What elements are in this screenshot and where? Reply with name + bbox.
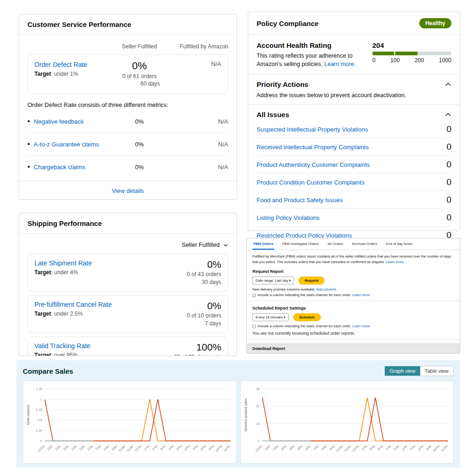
- issue-link[interactable]: Received Intellectual Property Complaint…: [257, 144, 369, 151]
- svg-text:5AM: 5AM: [296, 444, 303, 451]
- odr-fba-value: N/A: [168, 60, 221, 67]
- view-details-link[interactable]: View details: [112, 187, 144, 194]
- schedule-button[interactable]: Schedule: [293, 313, 321, 321]
- panel-title: Policy Compliance: [257, 20, 318, 27]
- svg-text:12PM: 12PM: [134, 444, 142, 453]
- svg-text:11PM: 11PM: [440, 444, 448, 452]
- all-issues-list: Suspected Intellectual Property Violatio…: [248, 120, 460, 244]
- svg-text:7AM: 7AM: [95, 444, 102, 451]
- svg-text:10PM: 10PM: [432, 444, 440, 453]
- svg-text:8PM: 8PM: [417, 444, 424, 451]
- issue-link[interactable]: Listing Policy Violations: [257, 214, 320, 221]
- add-columns-link[interactable]: Add columns: [316, 287, 336, 291]
- panel-title: Customer Service Performance: [27, 20, 131, 28]
- issue-link[interactable]: Food and Product Safety Issues: [257, 197, 343, 204]
- compare-sales-header: Compare Sales Graph view Table view: [23, 366, 454, 376]
- panel-footer: View details: [19, 181, 237, 200]
- line-chart-svg: 00.250.50.7511.2512AM1AM2AM3AM4AM5AM6AM7…: [24, 383, 235, 463]
- order-defect-rate-link[interactable]: Order Defect Rate: [34, 61, 87, 68]
- schedule-frequency-select[interactable]: Every 15 minutes ▾: [252, 313, 289, 321]
- issue-row: Received Intellectual Property Complaint…: [257, 138, 451, 155]
- late-shipment-rate-link[interactable]: Late Shipment Rate: [34, 259, 92, 267]
- svg-text:6PM: 6PM: [401, 444, 408, 451]
- svg-text:5AM: 5AM: [79, 444, 86, 451]
- svg-text:6AM: 6AM: [87, 444, 94, 451]
- svg-text:12AM: 12AM: [254, 444, 263, 453]
- graph-view-button[interactable]: Graph view: [385, 366, 420, 376]
- sales-channel-checkbox[interactable]: [252, 294, 256, 297]
- seller-dashboard: Customer Service Performance Seller Fulf…: [0, 0, 476, 476]
- chargeback-claims-link[interactable]: Chargeback claims: [34, 164, 86, 171]
- issue-row: Listing Policy Violations 0: [257, 208, 451, 226]
- svg-text:11PM: 11PM: [223, 444, 231, 452]
- svg-text:10PM: 10PM: [215, 444, 223, 453]
- svg-text:2AM: 2AM: [54, 444, 61, 451]
- svg-text:1PM: 1PM: [143, 444, 150, 451]
- issue-row: Food and Product Safety Issues 0: [257, 191, 451, 208]
- ahr-description: This rating reflects your adherence to A…: [257, 52, 365, 68]
- atoz-claims-link[interactable]: A-to-z Guarantee claims: [34, 141, 99, 148]
- date-range-select[interactable]: Date range: Last day ▾: [252, 277, 294, 284]
- pre-fulfillment-cancel-rate-link[interactable]: Pre-fulfillment Cancel Rate: [34, 301, 112, 308]
- order-defect-rate-card: Order Defect Rate Target: under 1% 0% 0 …: [27, 54, 228, 94]
- svg-text:9AM: 9AM: [111, 444, 118, 451]
- sales-channel-checkbox-line: Include a column indicating the sales ch…: [252, 324, 454, 328]
- issue-link[interactable]: Product Condition Customer Complaints: [257, 179, 364, 186]
- svg-text:3AM: 3AM: [62, 444, 69, 451]
- shipping-performance-panel: Shipping Performance Seller Fulfilled La…: [19, 213, 237, 356]
- issue-link[interactable]: Suspected Intellectual Property Violatio…: [257, 126, 368, 133]
- bar-segment-green-2: [395, 52, 417, 55]
- all-issues-header[interactable]: All Issues: [248, 105, 460, 120]
- policy-compliance-panel: Policy Compliance Healthy Account Health…: [248, 12, 460, 231]
- svg-text:4PM: 4PM: [385, 444, 392, 451]
- svg-text:6PM: 6PM: [184, 444, 191, 451]
- negative-feedback-link[interactable]: Negative feedback: [34, 118, 84, 125]
- svg-text:4AM: 4AM: [288, 444, 295, 451]
- tab-end-of-day-forms[interactable]: End of day forms: [385, 238, 413, 250]
- tab-fbm-unshipped-orders[interactable]: FBM Unshipped Orders: [281, 238, 320, 250]
- learn-more-link[interactable]: Learn more: [386, 260, 403, 264]
- ahr-title: Account Health Rating: [257, 41, 365, 49]
- fulfillment-filter-dropdown[interactable]: Seller Fulfilled: [27, 238, 228, 254]
- svg-text:7AM: 7AM: [312, 444, 319, 451]
- svg-text:0.75: 0.75: [36, 408, 42, 411]
- scheduled-reports-status: You are not currently receiving schedule…: [252, 331, 454, 336]
- units-ordered-chart: 00.250.50.7511.2512AM1AM2AM3AM4AM5AM6AM7…: [23, 381, 237, 463]
- chevron-up-icon[interactable]: [445, 82, 451, 86]
- metric-row-negative-feedback: •Negative feedback 0% N/A: [27, 110, 228, 133]
- svg-text:0.5: 0.5: [38, 418, 42, 422]
- issue-row: Product Authenticity Customer Complaints…: [257, 155, 451, 173]
- learn-more-link[interactable]: Learn more: [352, 293, 370, 297]
- svg-text:6AM: 6AM: [304, 444, 311, 451]
- sales-channel-checkbox[interactable]: [252, 325, 256, 328]
- request-button[interactable]: Request: [298, 277, 324, 284]
- tab-fbm-orders[interactable]: FBM Orders: [252, 238, 274, 250]
- learn-more-link[interactable]: Learn more: [352, 324, 370, 328]
- table-view-button[interactable]: Table view: [420, 366, 453, 376]
- svg-text:2PM: 2PM: [151, 444, 158, 451]
- valid-tracking-rate-link[interactable]: Valid Tracking Rate: [34, 342, 90, 350]
- line-chart-svg: 010203012AM1AM2AM3AM4AM5AM6AM7AM8AM9AM10…: [242, 383, 453, 463]
- svg-text:1: 1: [40, 397, 42, 401]
- target-text: Target: under 1%: [34, 71, 111, 77]
- svg-text:1AM: 1AM: [46, 444, 53, 451]
- download-report-columns: Report Type Batch ID Date Range Covered …: [247, 353, 460, 354]
- learn-more-link[interactable]: Learn more.: [324, 61, 356, 67]
- svg-text:20: 20: [256, 404, 260, 408]
- svg-text:3PM: 3PM: [377, 444, 383, 451]
- chevron-up-icon[interactable]: [445, 112, 451, 117]
- panel-header: Shipping Performance: [19, 213, 237, 234]
- tab-all-orders[interactable]: All Orders: [327, 238, 344, 250]
- svg-text:8AM: 8AM: [320, 444, 327, 451]
- fbm-orders-panel: FBM Orders FBM Unshipped Orders All Orde…: [246, 238, 460, 354]
- tab-archived-orders[interactable]: Archived Orders: [351, 238, 378, 250]
- odr-days: 60 days: [111, 80, 168, 87]
- pre-fulfillment-cancel-rate-card: Pre-fulfillment Cancel Rate Target: unde…: [27, 295, 228, 333]
- issue-link[interactable]: Product Authenticity Customer Complaints: [257, 161, 370, 168]
- svg-text:0.25: 0.25: [36, 429, 42, 432]
- download-report-header: Download Report: [247, 344, 460, 353]
- late-shipment-rate-card: Late Shipment Rate Target: under 4% 0% 0…: [27, 254, 228, 291]
- svg-text:8PM: 8PM: [200, 444, 207, 451]
- priority-actions-header[interactable]: Priority Actions: [248, 74, 460, 92]
- metric-row-atoz-claims: •A-to-z Guarantee claims 0% N/A: [27, 133, 228, 156]
